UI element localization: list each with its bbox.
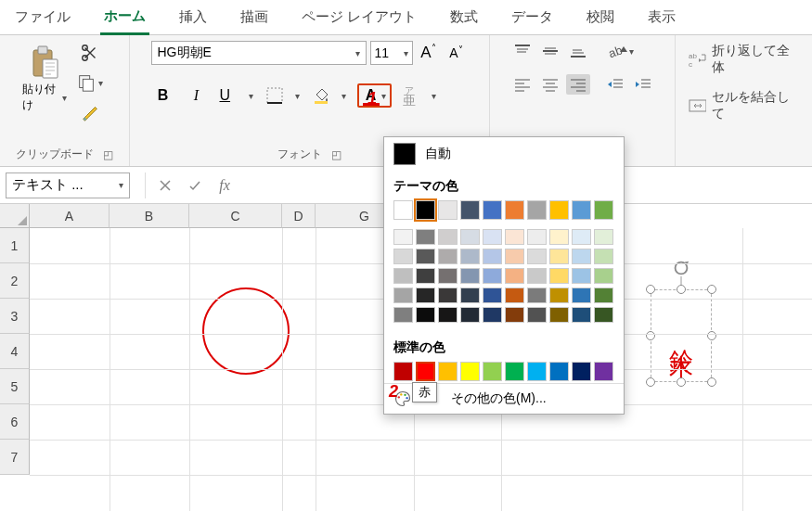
resize-handle-se[interactable] [707, 377, 716, 387]
select-all-corner[interactable] [0, 204, 30, 228]
theme-color-swatch[interactable] [483, 200, 502, 220]
theme-shade-swatch[interactable] [594, 229, 613, 245]
theme-shade-swatch[interactable] [505, 249, 524, 264]
vertical-text-shape[interactable]: 鈴木 [651, 289, 712, 382]
theme-shade-swatch[interactable] [416, 287, 435, 303]
theme-color-swatch[interactable] [594, 200, 613, 220]
theme-shade-swatch[interactable] [416, 307, 435, 323]
automatic-color-item[interactable]: 自動 [384, 137, 624, 171]
font-name-combo[interactable]: HG明朝E▾ [151, 41, 367, 65]
theme-shade-swatch[interactable] [460, 287, 480, 303]
row-header-5[interactable]: 5 [0, 369, 30, 404]
theme-shade-swatch[interactable] [483, 287, 502, 303]
theme-shade-swatch[interactable] [505, 268, 524, 284]
theme-shade-swatch[interactable] [594, 287, 613, 303]
tab-home[interactable]: ホーム [100, 4, 149, 35]
cut-button[interactable] [72, 41, 107, 65]
theme-shade-swatch[interactable] [549, 268, 569, 284]
theme-shade-swatch[interactable] [416, 229, 435, 245]
border-button[interactable]: ▾ [264, 83, 302, 108]
standard-color-swatch[interactable] [483, 362, 502, 381]
resize-handle-e[interactable] [707, 331, 716, 340]
font-dialog-launcher[interactable]: ◰ [331, 149, 342, 160]
standard-color-swatch[interactable] [393, 362, 413, 381]
theme-shade-swatch[interactable] [393, 307, 413, 323]
tab-formulas[interactable]: 数式 [446, 5, 482, 33]
theme-shade-swatch[interactable] [505, 307, 524, 323]
theme-color-swatch[interactable] [393, 200, 413, 220]
align-left-button[interactable] [510, 74, 535, 95]
phonetic-button[interactable]: ア亜▾ [401, 83, 438, 108]
standard-color-swatch[interactable] [549, 362, 569, 381]
theme-shade-swatch[interactable] [594, 307, 613, 323]
align-center-button[interactable] [538, 74, 562, 95]
theme-shade-swatch[interactable] [572, 229, 591, 245]
orientation-button[interactable]: ab▾ [603, 41, 640, 61]
format-painter-button[interactable] [72, 100, 107, 124]
cancel-formula-button[interactable] [151, 172, 179, 198]
tab-review[interactable]: 校閲 [583, 5, 618, 33]
theme-shade-swatch[interactable] [549, 287, 569, 303]
theme-shade-swatch[interactable] [460, 229, 480, 245]
theme-shade-swatch[interactable] [460, 268, 480, 284]
theme-shade-swatch[interactable] [527, 268, 547, 284]
theme-color-swatch[interactable] [549, 200, 569, 220]
theme-shade-swatch[interactable] [594, 249, 613, 264]
theme-shade-swatch[interactable] [393, 249, 413, 264]
italic-button[interactable]: I [185, 83, 209, 108]
red-circle-shape[interactable] [202, 287, 290, 375]
theme-shade-swatch[interactable] [438, 307, 458, 323]
decrease-indent-button[interactable] [603, 74, 627, 95]
theme-shade-swatch[interactable] [416, 268, 435, 284]
shrink-font-button[interactable]: A˅ [445, 41, 469, 65]
row-header-2[interactable]: 2 [0, 263, 30, 299]
theme-shade-swatch[interactable] [483, 307, 502, 323]
theme-shade-swatch[interactable] [438, 229, 458, 245]
align-right-button[interactable] [566, 74, 590, 95]
tab-view[interactable]: 表示 [644, 5, 679, 33]
tab-insert[interactable]: 挿入 [175, 5, 211, 33]
theme-shade-swatch[interactable] [549, 249, 569, 264]
row-header-6[interactable]: 6 [0, 404, 30, 440]
standard-color-swatch[interactable] [416, 362, 435, 381]
theme-shade-swatch[interactable] [527, 287, 547, 303]
standard-color-swatch[interactable] [460, 362, 480, 381]
grow-font-button[interactable]: A˄ [417, 41, 441, 65]
theme-color-swatch[interactable] [460, 200, 480, 220]
tab-page-layout[interactable]: ページ レイアウト [298, 5, 420, 33]
row-header-4[interactable]: 4 [0, 334, 30, 369]
increase-indent-button[interactable] [631, 74, 655, 95]
merge-center-button[interactable]: セルを結合して [685, 87, 803, 124]
theme-shade-swatch[interactable] [438, 249, 458, 264]
name-box[interactable]: テキスト ...▾ [6, 172, 130, 198]
theme-shade-swatch[interactable] [549, 229, 569, 245]
theme-shade-swatch[interactable] [393, 229, 413, 245]
standard-color-swatch[interactable] [527, 362, 547, 381]
paste-button[interactable]: 貼り付け▾ [22, 41, 67, 113]
theme-shade-swatch[interactable] [505, 229, 524, 245]
theme-shade-swatch[interactable] [393, 287, 413, 303]
standard-color-swatch[interactable] [572, 362, 591, 381]
wrap-text-button[interactable]: abc折り返して全体 [685, 41, 803, 78]
theme-shade-swatch[interactable] [483, 268, 502, 284]
font-size-combo[interactable]: 11▾ [370, 41, 413, 65]
column-header-C[interactable]: C [189, 204, 282, 228]
theme-color-swatch[interactable] [438, 200, 458, 220]
align-middle-button[interactable] [538, 41, 562, 61]
theme-shade-swatch[interactable] [549, 307, 569, 323]
theme-shade-swatch[interactable] [572, 249, 591, 264]
tab-draw[interactable]: 描画 [237, 5, 272, 33]
more-colors-item[interactable]: 赤 その他の色(M)... [384, 383, 624, 414]
theme-shade-swatch[interactable] [572, 268, 591, 284]
theme-shade-swatch[interactable] [460, 307, 480, 323]
resize-handle-n[interactable] [677, 285, 686, 294]
standard-color-swatch[interactable] [594, 362, 613, 381]
resize-handle-ne[interactable] [707, 285, 716, 294]
resize-handle-nw[interactable] [646, 285, 655, 294]
tab-data[interactable]: データ [508, 5, 557, 33]
resize-handle-sw[interactable] [646, 377, 655, 387]
theme-shade-swatch[interactable] [483, 229, 502, 245]
theme-shade-swatch[interactable] [527, 249, 547, 264]
accept-formula-button[interactable] [181, 172, 209, 198]
copy-button[interactable]: ▾ [72, 70, 107, 95]
